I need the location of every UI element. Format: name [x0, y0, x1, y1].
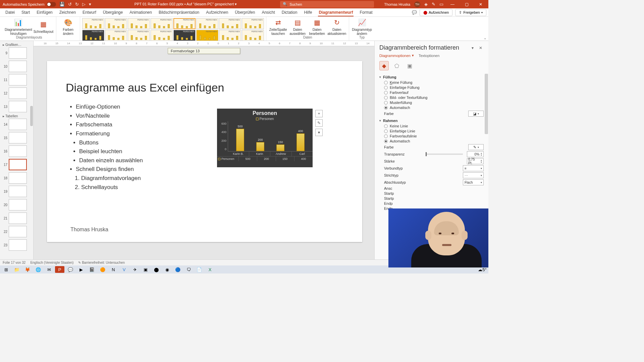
chart-styles-button[interactable]: ✎ — [315, 119, 323, 127]
start-button[interactable]: ⊞ — [1, 266, 11, 273]
share-button[interactable]: ⇧Freigeben▾ — [455, 9, 486, 16]
slide-editor[interactable]: 1615141312111098765432101234567891011121… — [34, 41, 374, 259]
cap-combo[interactable]: Flach — [463, 179, 484, 185]
effects-tab-icon[interactable]: ⬠ — [392, 61, 401, 70]
slide-thumbnail[interactable]: 21 — [1, 213, 33, 224]
file-explorer-icon[interactable]: 📁 — [12, 266, 21, 273]
chart-style-thumb[interactable]: PERSONEN — [219, 30, 241, 41]
chart-style-thumb[interactable]: PERSONEN — [242, 30, 264, 41]
chart-style-thumb[interactable]: PERSONEN — [173, 18, 196, 29]
tab-zeichnen[interactable]: Zeichnen — [56, 9, 79, 16]
app-icon[interactable]: 💬 — [66, 266, 75, 273]
onenote-icon[interactable]: 📓 — [87, 266, 97, 273]
visio-icon[interactable]: V — [119, 266, 129, 273]
quick-layout-button[interactable]: ▦Schnelllayout — [34, 20, 53, 34]
tab-start[interactable]: Start — [18, 9, 33, 16]
pane-options-icon[interactable]: ▾ — [470, 46, 475, 50]
app-icon[interactable]: 🟠 — [98, 266, 107, 273]
outlook-icon[interactable]: ✉ — [44, 266, 54, 273]
app-icon[interactable]: N — [109, 266, 118, 273]
tab-bildschirmpräsentation[interactable]: Bildschirmpräsentation — [155, 9, 203, 16]
fill-solid-radio[interactable]: Einfarbige Füllung — [384, 85, 484, 89]
chart-styles-gallery[interactable]: PERSONENPERSONENPERSONENPERSONENPERSONEN… — [82, 17, 265, 42]
tab-dictation[interactable]: Dictation — [278, 9, 301, 16]
tab-aufzeichnen[interactable]: Aufzeichnen — [203, 9, 231, 16]
tab-übergänge[interactable]: Übergänge — [100, 9, 126, 16]
slide-counter[interactable]: Folie 17 von 32 — [3, 261, 25, 264]
chart-style-thumb[interactable]: PERSONEN — [196, 18, 218, 29]
add-chart-element-button[interactable]: 📊Diagrammelement hinzufügen — [5, 18, 32, 36]
tab-überprüfen[interactable]: Überprüfen — [231, 9, 258, 16]
fill-none-radio[interactable]: Keine Füllung — [384, 80, 484, 84]
slide-thumbnails-panel[interactable]: ▸ Grafiken… 910111213 ▸ Tabellen 1415161… — [0, 41, 34, 259]
line-color-picker[interactable]: ✎ — [468, 144, 484, 150]
chart-filters-button[interactable]: ▾ — [315, 129, 323, 136]
undo-icon[interactable]: ↺ — [68, 2, 72, 7]
refresh-data-button[interactable]: ↻Daten aktualisieren — [327, 18, 346, 36]
slide-thumbnail[interactable]: 19 — [1, 186, 33, 197]
tab-animationen[interactable]: Animationen — [126, 9, 155, 16]
line-solid-radio[interactable]: Einfarbige Linie — [384, 129, 484, 133]
slide-thumbnail[interactable]: 11 — [1, 74, 33, 85]
chart-plot-area[interactable]: 500200150400 — [228, 121, 313, 152]
chart-style-thumb[interactable]: PERSONEN — [173, 30, 196, 41]
tab-format[interactable]: Format — [356, 9, 376, 16]
section-header-graphics[interactable]: ▸ Grafiken… — [3, 43, 33, 47]
line-auto-radio[interactable]: Automatisch — [384, 139, 484, 143]
app-icon[interactable]: ◉ — [162, 266, 172, 273]
select-data-button[interactable]: ▤Daten auswählen — [288, 18, 307, 36]
slide-thumbnail[interactable]: 15 — [1, 132, 33, 143]
chart-style-thumb[interactable]: PERSONEN — [242, 18, 264, 29]
chart-style-thumb[interactable]: PERSONEN — [82, 30, 104, 41]
chart-title[interactable]: Personen — [217, 109, 313, 117]
chart-style-thumb[interactable]: PERSONEN — [151, 30, 173, 41]
firefox-icon[interactable]: 🦊 — [23, 266, 32, 273]
edit-data-button[interactable]: ▦Daten bearbeiten — [308, 18, 326, 36]
chart-style-thumb[interactable]: PERSONEN — [196, 30, 218, 41]
slide-thumbnail[interactable]: 17 — [1, 159, 33, 170]
size-tab-icon[interactable]: ▣ — [405, 61, 414, 70]
powerpoint-icon[interactable]: P — [55, 266, 64, 273]
search-input[interactable]: 🔍 Suchen — [280, 1, 374, 8]
fill-pattern-radio[interactable]: Musterfüllung — [384, 101, 484, 105]
coming-soon-icon[interactable]: ✎ — [432, 2, 435, 7]
chart-style-thumb[interactable]: PERSONEN — [82, 18, 104, 29]
slide-thumbnail[interactable]: 18 — [1, 172, 33, 184]
slide-thumbnail[interactable]: 12 — [1, 87, 33, 99]
slide-canvas[interactable]: Diagramme aus Excel einfügen Einfüge-Opt… — [47, 61, 362, 242]
redo-icon[interactable]: ↻ — [75, 2, 79, 7]
user-name[interactable]: Thomas Hruska — [384, 2, 410, 6]
toggle-switch-icon[interactable] — [47, 2, 56, 7]
qat-overflow-icon[interactable]: ▾ — [89, 2, 91, 7]
compound-combo[interactable]: ≡ — [463, 165, 484, 171]
pane-tab-chart-options[interactable]: Diagrammoptionen ▾ — [379, 53, 414, 58]
chart-elements-button[interactable]: + — [315, 110, 323, 117]
tab-entwurf[interactable]: Entwurf — [79, 9, 100, 16]
vlc-icon[interactable]: ▶ — [76, 266, 86, 273]
change-chart-type-button[interactable]: 📈Diagrammtyp ändern — [352, 18, 372, 36]
record-button[interactable]: ⬤Aufzeichnen — [420, 9, 453, 16]
slide-thumbnail[interactable]: 22 — [1, 226, 33, 237]
chart-style-thumb[interactable]: PERSONEN — [128, 30, 150, 41]
pane-close-icon[interactable]: ✕ — [478, 46, 484, 50]
sync-icon[interactable]: ◈ — [424, 2, 428, 7]
app-icon[interactable]: 📄 — [195, 266, 204, 273]
embedded-chart[interactable]: Personen Personen 6004002000 50020015040… — [217, 109, 313, 167]
slide-thumbnail[interactable]: 14 — [1, 119, 33, 130]
save-icon[interactable]: 💾 — [59, 2, 65, 7]
chart-style-thumb[interactable]: PERSONEN — [128, 18, 150, 29]
slide-footer-author[interactable]: Thomas Hruska — [70, 227, 108, 233]
slide-title[interactable]: Diagramme aus Excel einfügen — [66, 81, 343, 94]
app-icon[interactable]: 🔵 — [173, 266, 182, 273]
tab-datei[interactable]: Datei — [2, 9, 18, 16]
autosave-toggle[interactable]: Automatisches Speichern — [3, 2, 56, 7]
chart-style-thumb[interactable]: PERSONEN — [151, 18, 173, 29]
chart-style-thumb[interactable]: PERSONEN — [219, 18, 241, 29]
tab-ansicht[interactable]: Ansicht — [258, 9, 278, 16]
slide-thumbnail[interactable]: 16 — [1, 145, 33, 157]
comments-button[interactable]: 💬 — [412, 10, 417, 15]
chart-legend[interactable]: Personen — [217, 117, 313, 121]
slide-thumbnail[interactable]: 10 — [1, 61, 33, 72]
collapse-ribbon-icon[interactable]: ⌄ — [484, 36, 486, 40]
fill-section-header[interactable]: Füllung — [379, 75, 484, 79]
